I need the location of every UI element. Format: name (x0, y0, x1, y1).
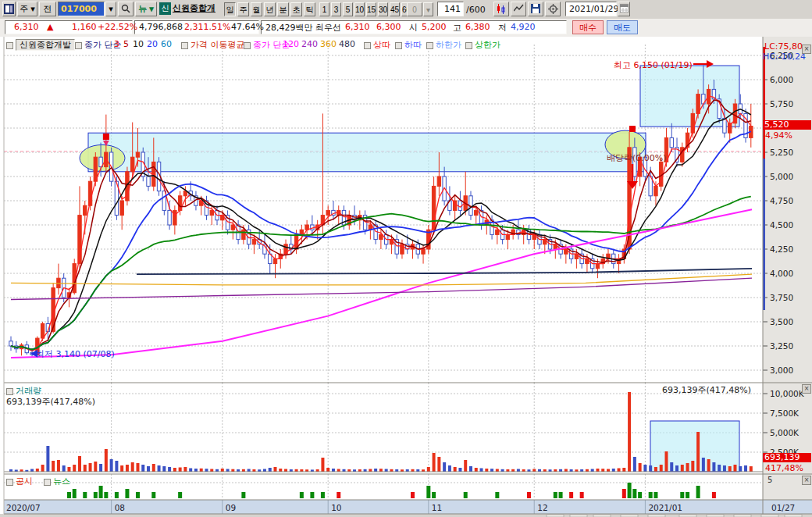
current-price: 6,310 (14, 22, 39, 32)
date-label-3: 10 (331, 503, 341, 512)
volume-panel-label[interactable]: 거래량 (6, 385, 41, 397)
news-label[interactable]: 뉴스 (44, 476, 70, 487)
disclosure-label[interactable]: 공시 (6, 476, 33, 487)
y-axis-tick: 3,250 (770, 341, 793, 351)
last-price-badge: 5,520 (763, 120, 811, 130)
news-dropdown[interactable]: 뉴 ▾ (135, 2, 157, 16)
high-label: 고 (453, 22, 461, 34)
legend-item-9[interactable]: 240 (301, 39, 318, 50)
low-label: 저 (498, 22, 507, 34)
legend-item-11[interactable]: 480 (339, 39, 355, 50)
date-last-label: 01/27 (771, 503, 795, 512)
period-button-주[interactable]: 주 (237, 2, 249, 16)
best-bid: 6,300 (376, 22, 401, 32)
zero-button[interactable]: 0 (407, 2, 422, 16)
candle-count-input[interactable] (437, 2, 464, 16)
y-axis-tick: 4,500 (770, 220, 793, 230)
interval-button-1[interactable]: 1 (319, 2, 329, 16)
y-axis-tick: 3,500 (770, 317, 793, 326)
save-button[interactable] (528, 2, 543, 16)
interval-button-45[interactable]: 45 (390, 2, 400, 16)
change-arrow-icon: ▲ (47, 22, 53, 32)
quote-info-bar: 6,310 ▲ 1,160 +22.52% 4,796,868 2,311.51… (0, 19, 812, 37)
legend-item-4[interactable]: 20 (147, 39, 158, 50)
stock-code-input[interactable] (58, 2, 105, 16)
last-price-percent: 4,94% (765, 130, 792, 141)
date-field[interactable]: 2021/01/29 (565, 2, 617, 16)
price-panel-close-icon[interactable]: × (802, 45, 811, 54)
annotation-low: 최저 3,140 (07/08) (36, 348, 115, 360)
calendar-icon[interactable] (618, 2, 630, 16)
search-button[interactable] (118, 2, 134, 16)
main-toolbar: 주 ▾ 전 ▾ 뉴 ▾ 신 신원종합개 일주월년분초틱 135101530456… (0, 0, 812, 20)
period-button-분[interactable]: 분 (277, 2, 289, 16)
y-axis-tick: 4,750 (770, 196, 793, 205)
volume-value: 4,796,868 (139, 22, 183, 32)
news-panel-close-icon[interactable]: × (802, 476, 811, 485)
period-button-초[interactable]: 초 (290, 2, 302, 16)
settings-gear-icon[interactable] (545, 2, 561, 16)
candle-style-button[interactable] (493, 2, 509, 16)
legend-item-2[interactable]: 5 (123, 39, 129, 50)
legend-item-14[interactable]: 하한가 (426, 39, 461, 50)
legend-checkbox-icon[interactable] (6, 42, 13, 49)
date-label-0: 2020/07 (6, 503, 41, 512)
stock-badge: 신 (159, 2, 171, 15)
prev-button[interactable]: 전 (39, 2, 56, 16)
y-axis-tick: 4,250 (770, 244, 793, 254)
legend-item-13[interactable]: 하따 (395, 39, 422, 50)
period-button-틱[interactable]: 틱 (304, 2, 315, 16)
volume-value-text: 693,139주(417,48%) (6, 396, 95, 408)
lc-value: LC:75,80 (764, 41, 803, 52)
chart-canvas: 6,2506,0005,7505,2505,0004,7504,5004,250… (0, 37, 812, 517)
legend-item-15[interactable]: 상한가 (465, 39, 500, 50)
period-button-월[interactable]: 월 (251, 2, 262, 16)
date-label-2: 09 (226, 503, 236, 512)
legend-item-3[interactable]: 10 (133, 39, 144, 50)
legend-item-12[interactable]: 상따 (364, 39, 390, 50)
chart-type-dropdown[interactable]: 주 ▾ (17, 2, 37, 16)
zero-dropdown-arrow[interactable]: ▾ (423, 2, 433, 16)
chart-area: 6,2506,0005,7505,2505,0004,7504,5004,250… (0, 37, 812, 517)
interval-button-15[interactable]: 15 (366, 2, 376, 16)
annotation-dividend: 배당락(0.00%) (607, 152, 667, 164)
y-axis-tick: 5,000 (770, 172, 793, 181)
low-price: 4,920 (511, 22, 536, 32)
stock-name-label[interactable]: 신원종합개 (173, 2, 215, 15)
period-button-년[interactable]: 년 (264, 2, 276, 16)
legend-item-8[interactable]: 120 (283, 39, 299, 50)
annotation-high: 최고 6,150 (01/19) (614, 59, 693, 71)
volume-ratio: 2,311.51% (184, 22, 230, 32)
volume-right-text: 693,139주(417,48%) (662, 384, 751, 396)
window-menu-icon[interactable] (2, 2, 16, 16)
code-dropdown-arrow[interactable]: ▾ (105, 2, 116, 16)
news-axis-tick: 5 (767, 476, 772, 484)
legend-stock-name[interactable]: 신원종합개발 (16, 39, 75, 51)
y-axis-tick: 3,000 (770, 365, 793, 375)
volume-badge-percent: 417,48% (765, 463, 803, 473)
interval-button-5[interactable]: 5 (343, 2, 353, 16)
interval-button-30[interactable]: 30 (378, 2, 388, 16)
sell-button[interactable]: 매도 (607, 20, 638, 34)
volume-axis-tick: 7,500K (770, 408, 800, 418)
legend-item-10[interactable]: 360 (320, 39, 337, 50)
y-axis-tick: 3,750 (770, 293, 793, 302)
y-axis-tick: 5,250 (770, 148, 793, 157)
legend-item-5[interactable]: 60 (161, 39, 172, 50)
legend-item-1[interactable]: 3 (114, 39, 119, 50)
legend-item-6[interactable]: 가격 이동평균 (181, 39, 245, 50)
hc-value: HC:-10,24 (763, 52, 806, 62)
period-button-일[interactable]: 일 (224, 2, 236, 16)
volume-panel-close-icon[interactable]: × (802, 384, 811, 394)
date-label-1: 08 (115, 503, 125, 512)
y-axis-tick: 4,000 (770, 269, 793, 278)
buy-button[interactable]: 매수 (572, 20, 604, 34)
date-label-5: 12 (537, 503, 547, 512)
interval-button-10[interactable]: 10 (354, 2, 365, 16)
volume-axis-tick: 10,000K (770, 389, 805, 398)
candle-total-label: /600 (466, 5, 486, 15)
open-price: 5,200 (422, 22, 447, 32)
interval-button-3[interactable]: 3 (331, 2, 341, 16)
line-style-button[interactable] (511, 2, 526, 16)
price-change: 1,160 (72, 22, 97, 32)
